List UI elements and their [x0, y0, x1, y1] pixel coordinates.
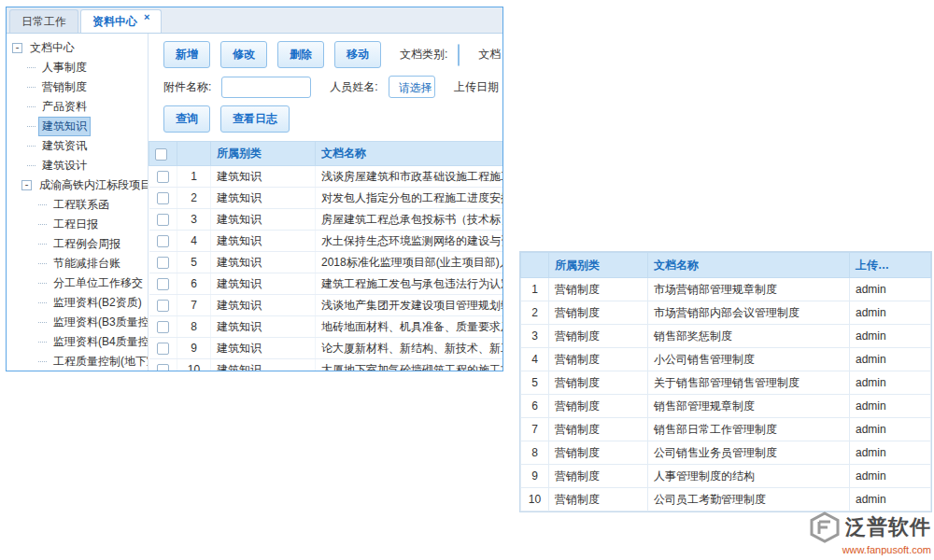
row-checkbox[interactable] [157, 171, 169, 183]
table-row[interactable]: 9建筑知识论大厦新材料、新结构、新技术、新工… [149, 338, 503, 359]
table-row[interactable]: 5营销制度关于销售部管理销售管理制度admin [521, 371, 931, 395]
sidebar-item-supervision-b3[interactable]: 监理资料(B3质量控制) [12, 313, 148, 332]
category-header: 所属别类 [211, 142, 316, 166]
table-row[interactable]: 2建筑知识对发包人指定分包的工程施工进度安排… [149, 188, 503, 209]
table-row[interactable]: 5建筑知识2018标准化监理项目部(业主项目部)人员… [149, 252, 503, 273]
doc-name[interactable]: 浅谈房屋建筑和市政基础设施工程施工… [316, 166, 503, 188]
row-checkbox[interactable] [157, 235, 169, 247]
sidebar-item-hr-policy[interactable]: 人事制度 [12, 58, 148, 77]
table-row[interactable]: 10建筑知识大厦地下室加气砼墙砌筑工程的施工方… [149, 359, 503, 371]
table-row[interactable]: 6营销制度销售部管理规章制度admin [521, 395, 931, 418]
sidebar-item-energy-ledger[interactable]: 节能减排台账 [12, 254, 148, 273]
table-row[interactable]: 2营销制度市场营销部内部会议管理制度admin [521, 301, 931, 325]
table-row[interactable]: 8营销制度公司销售业务员管理制度admin [521, 441, 931, 465]
brand-row: 泛普软件 [810, 511, 931, 543]
doc-category: 建筑知识 [211, 338, 316, 359]
collapse-icon[interactable]: - [21, 180, 32, 190]
doc-name[interactable]: 公司销售业务员管理制度 [648, 441, 850, 465]
table-row[interactable]: 6建筑知识建筑工程施工发包与承包违法行为认定… [149, 273, 503, 295]
view-log-button[interactable]: 查看日志 [220, 105, 290, 133]
table-row[interactable]: 8建筑知识地砖地面材料、机具准备、质量要求及… [149, 316, 503, 338]
doc-name[interactable]: 浅谈地产集团开发建设项目管理规划编… [316, 295, 503, 316]
tree-root-document-center[interactable]: - 文档中心 [12, 38, 148, 58]
doc-name-header: 文档名称 [316, 142, 503, 166]
tree-connector [38, 302, 47, 303]
table-row[interactable]: 9营销制度人事管理制度的结构admin [521, 465, 931, 488]
delete-button[interactable]: 删除 [277, 41, 324, 68]
sidebar-item-supervision-b4[interactable]: 监理资料(B4质量控制) [12, 332, 148, 352]
row-number-header [521, 253, 549, 278]
table-row[interactable]: 4建筑知识水土保持生态环境监测网络的建设与资… [149, 231, 503, 252]
row-checkbox[interactable] [157, 343, 169, 355]
doc-name[interactable]: 销售部管理规章制度 [648, 395, 850, 418]
table-row[interactable]: 3营销制度销售部奖惩制度admin [521, 325, 931, 348]
doc-name[interactable]: 公司员工考勤管理制度 [648, 488, 850, 511]
sidebar-item-product-docs[interactable]: 产品资料 [12, 97, 148, 117]
tree-root-railway-project[interactable]: - 成渝高铁内江标段项目 [12, 175, 148, 195]
doc-type-select[interactable]: 请选择 ▼ [458, 44, 460, 66]
tree-connector [38, 283, 47, 284]
person-name-select[interactable]: 请选择 ▼ [389, 76, 435, 98]
doc-name[interactable]: 建筑工程施工发包与承包违法行为认定… [316, 273, 503, 295]
table-row[interactable]: 7建筑知识浅谈地产集团开发建设项目管理规划编… [149, 295, 503, 316]
doc-name[interactable]: 小公司销售管理制度 [648, 348, 850, 371]
collapse-icon[interactable]: - [12, 43, 22, 53]
sidebar-item-marketing-policy[interactable]: 营销制度 [12, 77, 148, 97]
action-row: 查询 查看日志 [149, 98, 502, 133]
sidebar-item-weekly-meeting[interactable]: 工程例会周报 [12, 234, 148, 254]
tree-item-label: 监理资料(B2资质) [50, 294, 145, 312]
modify-button[interactable]: 修改 [220, 41, 267, 68]
sidebar-item-construction-news[interactable]: 建筑资讯 [12, 136, 148, 156]
row-select-cell [149, 231, 177, 252]
close-icon[interactable]: × [144, 11, 149, 22]
table-row[interactable]: 1营销制度市场营销部管理规章制度admin [521, 278, 931, 301]
attachment-name-input[interactable] [221, 77, 311, 98]
doc-name[interactable]: 地砖地面材料、机具准备、质量要求及… [316, 316, 503, 338]
doc-name[interactable]: 房屋建筑工程总承包投标书（技术标）… [316, 209, 503, 231]
doc-name[interactable]: 市场营销部管理规章制度 [648, 278, 850, 301]
sidebar-item-project-letters[interactable]: 工程联系函 [12, 195, 148, 215]
doc-name[interactable]: 销售部日常工作管理制度 [648, 418, 850, 441]
doc-name[interactable]: 论大厦新材料、新结构、新技术、新工… [316, 338, 503, 359]
tab-daily-work[interactable]: 日常工作 [9, 9, 78, 33]
row-number: 5 [177, 252, 211, 273]
person-name-label: 人员姓名: [330, 79, 377, 95]
table-row[interactable]: 7营销制度销售部日常工作管理制度admin [521, 418, 931, 441]
select-all-checkbox[interactable] [155, 148, 167, 161]
row-checkbox[interactable] [157, 257, 169, 269]
row-checkbox[interactable] [157, 192, 169, 204]
sidebar-item-construction-design[interactable]: 建筑设计 [12, 156, 148, 175]
table-row[interactable]: 4营销制度小公司销售管理制度admin [521, 348, 931, 371]
row-number: 10 [521, 488, 549, 511]
doc-name[interactable]: 关于销售部管理销售管理制度 [648, 371, 850, 395]
move-button[interactable]: 移动 [334, 41, 381, 68]
row-checkbox[interactable] [157, 278, 169, 290]
doc-name[interactable]: 水土保持生态环境监测网络的建设与资… [316, 231, 503, 252]
table-row[interactable]: 1建筑知识浅谈房屋建筑和市政基础设施工程施工… [149, 166, 503, 188]
doc-name[interactable]: 对发包人指定分包的工程施工进度安排… [316, 188, 503, 209]
tree-connector [27, 126, 35, 127]
sidebar-item-daily-report[interactable]: 工程日报 [12, 215, 148, 234]
table-row[interactable]: 10营销制度公司员工考勤管理制度admin [521, 488, 931, 511]
row-checkbox[interactable] [157, 214, 169, 226]
sidebar-item-work-transfer[interactable]: 分工单位工作移交 [12, 273, 148, 293]
add-button[interactable]: 新增 [163, 41, 210, 68]
doc-name[interactable]: 2018标准化监理项目部(业主项目部)人员… [316, 252, 503, 273]
row-checkbox[interactable] [157, 300, 169, 312]
row-checkbox[interactable] [157, 321, 169, 333]
sidebar-item-construction-knowledge[interactable]: 建筑知识 [12, 117, 148, 136]
doc-name[interactable]: 人事管理制度的结构 [648, 465, 850, 488]
sidebar-item-quality-basement[interactable]: 工程质量控制(地下室) [12, 352, 148, 371]
row-checkbox[interactable] [157, 364, 169, 371]
select-all-cell [149, 142, 177, 166]
tab-data-center[interactable]: 资料中心 × [80, 9, 162, 33]
person-name-value: 请选择 [389, 77, 435, 97]
query-button[interactable]: 查询 [163, 105, 210, 133]
table-row[interactable]: 3建筑知识房屋建筑工程总承包投标书（技术标）… [149, 209, 503, 231]
doc-name[interactable]: 大厦地下室加气砼墙砌筑工程的施工方… [316, 359, 503, 371]
sidebar-item-supervision-b2[interactable]: 监理资料(B2资质) [12, 293, 148, 313]
doc-name[interactable]: 销售部奖惩制度 [648, 325, 850, 348]
tree-connector [27, 165, 35, 166]
doc-name[interactable]: 市场营销部内部会议管理制度 [648, 301, 850, 325]
brand-url[interactable]: www.fanpusoft.com [810, 544, 931, 555]
